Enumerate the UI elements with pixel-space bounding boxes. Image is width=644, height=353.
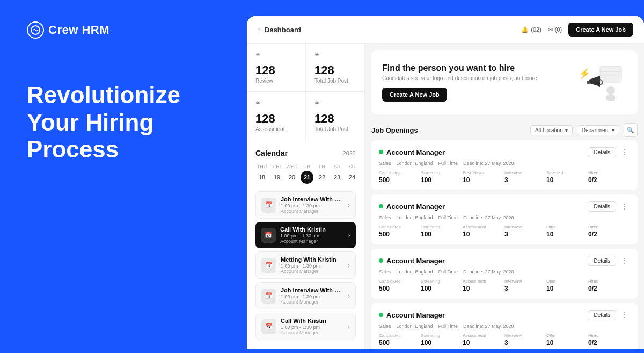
messages-btn[interactable]: ✉ (0) xyxy=(548,26,562,33)
hero-banner-title: Find the person you want to hire xyxy=(382,63,537,73)
more-menu-btn-1[interactable]: ⋮ xyxy=(619,201,630,212)
stat-value-3: 128 xyxy=(314,113,356,125)
job-title-1: Account Manager xyxy=(386,203,445,211)
job-stat-1-5: Hired 0/2 xyxy=(588,225,630,238)
chevron-right-icon: › xyxy=(348,201,350,209)
brand-name: Crew HRM xyxy=(48,23,109,37)
stat-icon-0: ❝ xyxy=(255,51,297,61)
cal-event-icon-2: 📅 xyxy=(261,258,276,273)
department-filter[interactable]: Department ▾ xyxy=(577,125,619,135)
cal-event-2[interactable]: 📅 Metting With Kristin 1:00 pm - 1:30 pm… xyxy=(255,251,356,279)
job-card-actions-3: Details ⋮ xyxy=(588,309,630,320)
message-icon: ✉ xyxy=(548,26,553,33)
cal-day-5: Sa 23 xyxy=(331,164,343,184)
stat-label-2: Assessment xyxy=(255,126,297,132)
job-title-row-0: Account Manager xyxy=(379,148,445,156)
job-card-actions-1: Details ⋮ xyxy=(588,201,630,212)
job-title-row-1: Account Manager xyxy=(379,203,445,211)
job-status-dot-1 xyxy=(379,204,383,208)
chevron-down-icon: ▾ xyxy=(565,127,568,133)
cal-day-4: Fr 22 xyxy=(316,164,328,184)
job-card-3: Account Manager Details ⋮ Sales London, … xyxy=(371,303,638,349)
create-job-header-button[interactable]: Create A New Job xyxy=(568,23,633,37)
job-meta-3: Sales London, England Full Time Deadline… xyxy=(379,323,630,329)
cal-event-0[interactable]: 📅 Job interview With Kristin 1:00 pm - 1… xyxy=(255,191,356,219)
notification-btn[interactable]: 🔔 (02) xyxy=(521,26,541,33)
tagline: Revolutionize Your Hiring Process xyxy=(27,82,209,163)
job-stat-0-3: Interview 3 xyxy=(504,170,546,184)
chevron-right-icon: › xyxy=(348,262,350,269)
stat-value-1: 128 xyxy=(314,64,356,76)
stat-label-0: Review xyxy=(255,78,297,84)
job-stat-1-1: Screening 100 xyxy=(421,225,463,238)
more-menu-btn-2[interactable]: ⋮ xyxy=(619,255,630,266)
dashboard-title: ≡ Dashboard xyxy=(258,26,301,34)
chevron-right-icon: › xyxy=(348,232,350,239)
cal-event-icon-0: 📅 xyxy=(261,198,276,213)
cal-event-info-1: Call With Kristin 1:00 pm - 1:30 pm Acco… xyxy=(280,226,344,244)
svg-text:⚡: ⚡ xyxy=(579,68,591,80)
details-btn-2[interactable]: Details xyxy=(588,256,616,266)
job-stat-2-2: Assessment 10 xyxy=(463,279,504,292)
job-stat-2-5: Hired 0/2 xyxy=(588,279,630,292)
more-menu-btn-3[interactable]: ⋮ xyxy=(619,309,630,320)
calendar-title: Calendar xyxy=(255,149,288,157)
details-btn-1[interactable]: Details xyxy=(588,201,616,212)
job-meta-1: Sales London, England Full Time Deadline… xyxy=(379,215,630,220)
job-stat-3-2: Assessment 10 xyxy=(463,333,504,347)
details-btn-3[interactable]: Details xyxy=(588,310,616,320)
svg-rect-7 xyxy=(587,81,590,84)
stats-grid: ❝ 128 Review ❝ 128 Total Job Post ❝ 128 … xyxy=(247,44,364,140)
chevron-down-icon: ▾ xyxy=(612,127,614,133)
more-menu-btn-0[interactable]: ⋮ xyxy=(619,147,630,157)
cal-event-info-2: Metting With Kristin 1:00 pm - 1:30 pm A… xyxy=(281,256,343,274)
job-stat-1-2: Assessment 10 xyxy=(463,225,504,238)
job-status-dot-3 xyxy=(379,313,383,317)
stat-review: ❝ 128 Review xyxy=(247,44,305,91)
job-stats-0: Candidates 500 Screening 100 Post Views … xyxy=(379,170,630,184)
job-meta-2: Sales London, England Full Time Deadline… xyxy=(379,269,630,275)
job-stat-3-1: Screening 100 xyxy=(421,333,463,347)
calendar-header: Calendar 2023 xyxy=(255,149,356,157)
stat-label-3: Total Job Post xyxy=(314,126,356,132)
cal-event-1[interactable]: 📅 Call With Kristin 1:00 pm - 1:30 pm Ac… xyxy=(255,222,356,248)
job-title-2: Account Manager xyxy=(386,257,445,265)
cal-event-4[interactable]: 📅 Call With Kristin 1:00 pm - 1:30 pm Ac… xyxy=(255,313,356,340)
job-title-3: Account Manager xyxy=(386,311,445,319)
left-panel: ❝ 128 Review ❝ 128 Total Job Post ❝ 128 … xyxy=(247,44,365,349)
job-stat-3-4: Offer 10 xyxy=(546,333,588,347)
hero-banner: Find the person you want to hire Candida… xyxy=(371,50,638,114)
job-stat-2-4: Offer 10 xyxy=(546,279,588,292)
job-status-dot-0 xyxy=(379,150,383,154)
search-button[interactable]: 🔍 xyxy=(624,123,638,137)
job-stat-3-0: Candidates 500 xyxy=(379,333,421,347)
job-stats-3: Candidates 500 Screening 100 Assessment … xyxy=(379,333,630,347)
stat-value-2: 128 xyxy=(255,113,297,125)
cal-day-6: Su 24 xyxy=(346,164,358,184)
job-card-actions-2: Details ⋮ xyxy=(588,255,630,266)
job-openings-title: Job Openings xyxy=(371,126,418,134)
job-stat-2-3: Interview 3 xyxy=(504,279,546,292)
job-card-2: Account Manager Details ⋮ Sales London, … xyxy=(371,249,638,299)
stat-label-1: Total Job Post xyxy=(314,78,356,84)
cal-event-info-3: Job interview With Kristin 1:00 pm - 1:3… xyxy=(281,287,343,305)
chevron-right-icon: › xyxy=(348,292,350,300)
job-title-row-2: Account Manager xyxy=(379,257,445,265)
job-card-3-header: Account Manager Details ⋮ xyxy=(379,309,630,320)
cal-event-3[interactable]: 📅 Job interview With Kristin 1:00 pm - 1… xyxy=(255,282,356,309)
details-btn-0[interactable]: Details xyxy=(588,147,616,157)
stat-assessment: ❝ 128 Assessment xyxy=(247,92,305,140)
cal-event-icon-4: 📅 xyxy=(261,319,276,334)
dashboard-body: ❝ 128 Review ❝ 128 Total Job Post ❝ 128 … xyxy=(247,44,644,349)
calendar-section: Calendar 2023 Thu 18 Fri 19 Wed xyxy=(247,140,364,349)
calendar-year: 2023 xyxy=(343,150,356,156)
job-stats-1: Candidates 500 Screening 100 Assessment … xyxy=(379,225,630,238)
job-card-1: Account Manager Details ⋮ Sales London, … xyxy=(371,194,638,244)
cal-day-0: Thu 18 xyxy=(255,164,268,184)
job-stat-0-1: Screening 100 xyxy=(421,170,463,184)
svg-rect-1 xyxy=(600,66,621,82)
hero-banner-cta[interactable]: Create A New Job xyxy=(382,88,447,102)
left-hero-section: Crew HRM Revolutionize Your Hiring Proce… xyxy=(0,0,236,353)
location-filter[interactable]: All Location ▾ xyxy=(530,125,573,135)
search-icon: 🔍 xyxy=(627,127,634,134)
